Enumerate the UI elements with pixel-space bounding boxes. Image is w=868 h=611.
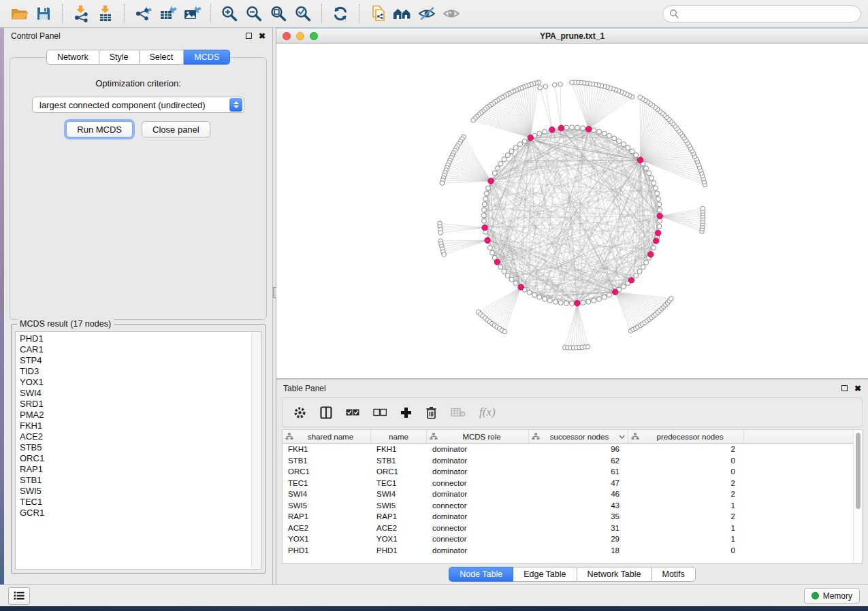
apply-layout-button[interactable] [328, 3, 353, 24]
network-node[interactable] [532, 293, 536, 297]
network-node[interactable] [482, 202, 487, 207]
network-node[interactable] [547, 298, 552, 303]
network-node[interactable] [481, 218, 486, 223]
window-close-traffic-light[interactable] [283, 32, 291, 40]
network-mcds-node[interactable] [637, 157, 643, 163]
network-node[interactable] [641, 265, 645, 269]
column-header-mcds-role[interactable]: MCDS role [427, 430, 529, 443]
column-header-successor-nodes[interactable]: successor nodes [529, 430, 628, 443]
network-node[interactable] [553, 299, 558, 304]
network-node[interactable] [558, 300, 563, 305]
network-mcds-node[interactable] [528, 135, 533, 140]
network-node[interactable] [592, 298, 596, 303]
network-mcds-node[interactable] [558, 125, 564, 131]
float-table-panel-icon[interactable] [841, 385, 848, 391]
network-node[interactable] [495, 166, 500, 171]
network-node[interactable] [483, 197, 488, 201]
network-node[interactable] [649, 176, 654, 180]
column-header-name[interactable]: name [371, 430, 427, 443]
network-node[interactable] [607, 293, 612, 297]
network-mcds-node[interactable] [655, 230, 660, 235]
column-header-predecessor-nodes[interactable]: predecessor nodes [628, 430, 744, 443]
network-node[interactable] [518, 142, 523, 146]
network-mcds-node[interactable] [549, 127, 555, 132]
network-leaf-node[interactable] [638, 95, 643, 100]
table-row[interactable]: ORC1ORC1dominator610 [283, 466, 862, 478]
network-mcds-node[interactable] [494, 259, 500, 265]
network-node[interactable] [656, 197, 660, 201]
network-node[interactable] [657, 202, 662, 207]
network-node[interactable] [481, 208, 486, 212]
control-tab-select[interactable]: Select [140, 50, 184, 65]
table-tab-node-table[interactable]: Node Table [449, 567, 513, 582]
network-node[interactable] [505, 153, 510, 158]
deselect-all-button[interactable] [373, 408, 387, 416]
mcds-result-item[interactable]: ORC1 [20, 453, 261, 464]
network-node[interactable] [509, 277, 514, 282]
close-table-panel-icon[interactable]: ✖ [854, 384, 861, 393]
table-row[interactable]: FKH1FKH1dominator962 [283, 444, 862, 455]
network-mcds-node[interactable] [657, 213, 662, 218]
network-node[interactable] [513, 145, 518, 150]
search-input[interactable] [683, 9, 854, 18]
network-graph[interactable] [276, 44, 868, 378]
table-row[interactable]: YOX1YOX1connector291 [283, 533, 862, 545]
delete-table-button[interactable] [451, 408, 466, 417]
network-node[interactable] [509, 149, 514, 154]
network-node[interactable] [637, 269, 642, 274]
network-leaf-node[interactable] [538, 86, 543, 90]
network-node[interactable] [647, 171, 652, 176]
list-scrollbar[interactable] [251, 333, 260, 568]
network-node[interactable] [486, 186, 491, 191]
network-node[interactable] [569, 125, 574, 130]
network-node[interactable] [644, 166, 649, 171]
network-node[interactable] [657, 218, 662, 223]
network-node[interactable] [626, 145, 630, 150]
network-node[interactable] [596, 297, 601, 301]
function-builder-button[interactable]: f(x) [479, 406, 496, 419]
network-canvas[interactable] [276, 44, 868, 378]
table-row[interactable]: SWI5SWI5connector431 [283, 500, 862, 512]
network-node[interactable] [522, 139, 527, 144]
network-node[interactable] [652, 180, 656, 185]
network-node[interactable] [655, 191, 660, 196]
mcds-result-item[interactable]: SWI4 [20, 388, 261, 399]
network-node[interactable] [537, 131, 542, 136]
zoom-in-button[interactable] [217, 3, 242, 24]
network-node[interactable] [644, 260, 649, 265]
network-node[interactable] [513, 281, 518, 286]
select-first-neighbors-button[interactable] [390, 3, 415, 24]
network-node[interactable] [652, 246, 656, 250]
close-panel-icon[interactable]: ✖ [259, 32, 266, 40]
show-all-button[interactable] [439, 3, 464, 24]
network-node[interactable] [592, 128, 596, 133]
zoom-out-button[interactable] [242, 3, 266, 24]
zoom-selected-button[interactable] [291, 3, 315, 24]
table-tab-network-table[interactable]: Network Table [577, 567, 652, 582]
table-tab-edge-table[interactable]: Edge Table [513, 567, 577, 582]
network-node[interactable] [581, 126, 585, 131]
network-node[interactable] [487, 246, 492, 250]
mcds-result-item[interactable]: CAR1 [20, 344, 261, 355]
delete-columns-button[interactable] [425, 406, 437, 419]
network-leaf-node[interactable] [543, 84, 548, 89]
table-row[interactable]: ACE2ACE2connector311 [283, 523, 862, 534]
network-node[interactable] [527, 290, 532, 295]
close-panel-button[interactable]: Close panel [142, 121, 210, 137]
network-node[interactable] [602, 295, 607, 299]
network-leaf-node[interactable] [471, 118, 476, 122]
network-mcds-node[interactable] [654, 238, 659, 244]
network-mcds-node[interactable] [485, 237, 490, 243]
table-scrollbar-thumb[interactable] [856, 433, 861, 509]
mcds-result-item[interactable]: ACE2 [20, 431, 261, 442]
network-node[interactable] [657, 224, 662, 229]
network-node[interactable] [617, 139, 622, 144]
select-all-button[interactable] [346, 408, 359, 416]
network-node[interactable] [586, 299, 591, 304]
network-node[interactable] [569, 301, 574, 306]
network-node[interactable] [505, 274, 510, 278]
network-leaf-node[interactable] [669, 297, 674, 301]
network-node[interactable] [502, 157, 507, 162]
network-leaf-node[interactable] [570, 80, 575, 85]
mcds-result-item[interactable]: TEC1 [20, 497, 261, 508]
